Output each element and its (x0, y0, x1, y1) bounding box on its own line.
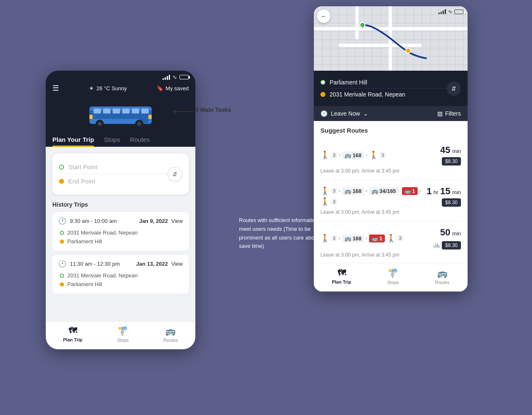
destination-dot (320, 92, 325, 97)
walk-count-2b: 3 (331, 199, 337, 205)
tab-routes[interactable]: Routes (130, 136, 150, 146)
bus-step-3a: 🚌 168 (342, 235, 364, 242)
svg-rect-4 (113, 109, 120, 114)
duration-min-2: 15 (440, 186, 450, 196)
stop-dot-orange-1 (60, 240, 64, 244)
tab-stops[interactable]: Stops (104, 136, 120, 146)
nav-routes-left[interactable]: 🚌 Routes (163, 326, 178, 343)
route-time-3: 50 min 🚲 $8.30 (433, 227, 461, 249)
bus-num-3b: 1 (379, 235, 382, 242)
nav-plan-trip-left[interactable]: 🗺 Plan Trip (63, 326, 82, 343)
arrow-1b: › (366, 152, 367, 158)
nav-stops-label-right: Stops (387, 280, 399, 285)
history-stop-1b: Parliament Hill (58, 237, 183, 246)
stop-dot-green-1 (60, 231, 64, 235)
view-link-2[interactable]: View (171, 261, 183, 267)
chevron-down-icon: ⌄ (363, 110, 368, 117)
view-link-1[interactable]: View (171, 218, 183, 224)
phone-content: Start Point End Point ⇵ History Trips 🕐 … (46, 147, 195, 321)
menu-icon[interactable]: ☰ (52, 84, 59, 93)
history-item-2: 🕐 11:30 am - 12:30 pm Jan 13, 2022 View … (52, 255, 189, 294)
history-section: History Trips 🕐 9:30 am - 10:00 am Jan 9… (52, 201, 189, 294)
trip-input-card: Start Point End Point ⇵ (52, 153, 189, 195)
svg-rect-14 (148, 115, 152, 119)
history-date-1: Jan 9, 2022 (139, 218, 168, 224)
bus-step-1: 🚌 168 (342, 151, 364, 159)
stops-icon-left: 🚏 (118, 326, 128, 336)
bus-step-2a: 🚌 168 (342, 187, 364, 195)
bus-icon-1: 🚌 (345, 152, 351, 158)
nav-stops-right[interactable]: 🚏 Stops (387, 268, 399, 285)
nav-routes-right[interactable]: 🚌 Routes (435, 268, 450, 285)
destination-row: 2031 Merivale Road, Nepean (320, 89, 461, 100)
back-button[interactable]: ← (317, 10, 330, 23)
route-info-1: Leave at 3:00 pm, Arrive at 3:45 pm (320, 168, 461, 174)
arrow-3b: › (366, 235, 367, 241)
tab-plan-trip[interactable]: Plan Your Trip (52, 136, 94, 146)
routes-icon-right: 🚌 (437, 268, 448, 278)
start-input[interactable]: Start Point (68, 163, 182, 170)
signal-icon (163, 75, 170, 80)
svg-rect-5 (122, 109, 130, 114)
duration-unit-3: min (452, 230, 461, 237)
route-row-1: 🚶 3 › 🚌 168 › 🚶 3 45 min $8 (320, 145, 461, 166)
bus-step-2c: 🚌 1 (402, 187, 418, 195)
bus-icon-2b: 🚌 (372, 188, 378, 194)
route-card-2[interactable]: 🚶 3 › 🚌 168 › 🚌 34/165 🚌 1 (320, 180, 461, 221)
svg-rect-7 (141, 109, 149, 114)
walk-count-1b: 3 (380, 152, 386, 158)
swap-button-dark[interactable]: ⇵ (447, 82, 461, 96)
route-time-1: 45 min $8.30 (440, 145, 461, 166)
duration-main-1: 45 (440, 145, 450, 155)
nav-routes-label-right: Routes (435, 280, 450, 285)
filters-button[interactable]: ▧ Filters (437, 110, 461, 117)
route-card-3[interactable]: 🚶 3 › 🚌 168 › 🚌 1 🚶 3 (320, 221, 461, 264)
svg-point-10 (98, 122, 102, 126)
history-stop-2a: 2031 Merivale Road, Nepean (58, 271, 183, 280)
svg-point-12 (137, 122, 141, 126)
history-time-2: 11:30 am - 12:30 pm (70, 261, 133, 267)
history-stop-1a: 2031 Merivale Road, Nepean (58, 228, 183, 237)
suggest-routes-title: Suggest Routes (320, 127, 461, 134)
duration-unit-1: min (452, 148, 461, 154)
start-dot (59, 165, 64, 170)
nav-plan-trip-right[interactable]: 🗺 Plan Trip (332, 268, 351, 285)
end-point-row[interactable]: End Point (59, 174, 182, 188)
route-info-2: Leave at 3:00 pm, Arrive at 3:45 pm (320, 209, 461, 215)
leave-now-dropdown[interactable]: 🕐 Leave Now ⌄ (320, 110, 368, 117)
price-1: $8.30 (442, 157, 461, 166)
weather-text: 26 °C Sunny (96, 85, 127, 91)
swap-button[interactable]: ⇵ (168, 167, 182, 181)
map-pin-end (405, 48, 411, 54)
annotation-tasks: 3 Main Tasks (195, 106, 231, 114)
origin-text: Parliament Hill (330, 79, 461, 86)
wifi-icon: ∿ (172, 74, 177, 80)
bus-icon-3b: 🚌 (372, 235, 378, 242)
destination-text: 2031 Merivale Road, Nepean (330, 91, 461, 98)
annotation-routes: Routes with sufficient information meet … (239, 216, 326, 251)
routes-icon-left: 🚌 (165, 326, 176, 336)
route-steps-3: 🚶 3 › 🚌 168 › 🚌 1 🚶 3 (320, 234, 433, 243)
history-item-1: 🕐 9:30 am - 10:00 am Jan 9, 2022 View 20… (52, 212, 189, 251)
arrow-2b: › (366, 188, 367, 194)
origin-dot (320, 80, 325, 85)
route-card-1[interactable]: 🚶 3 › 🚌 168 › 🚶 3 45 min $8 (320, 139, 461, 180)
status-bar-right: ∿ (438, 9, 463, 15)
phone-header: ☰ ☀ 26 °C Sunny 🔖 My saved (46, 82, 195, 96)
route-row-3: 🚶 3 › 🚌 168 › 🚌 1 🚶 3 (320, 227, 461, 249)
nav-stops-label-left: Stops (117, 338, 129, 343)
end-input[interactable]: End Point (68, 178, 182, 185)
phone-right: ← ∿ Parliament Hill 2031 Merivale Road, … (314, 6, 468, 291)
arrow-3a: › (339, 235, 340, 241)
route-svg (314, 6, 468, 71)
bus-num-2c: 1 (412, 188, 415, 194)
start-point-row[interactable]: Start Point (59, 160, 182, 174)
price-2: $8.30 (442, 198, 461, 207)
my-saved-button[interactable]: 🔖 My saved (157, 85, 189, 91)
bus-icon-2c: 🚌 (404, 188, 411, 194)
plan-trip-icon-right: 🗺 (337, 268, 346, 278)
leave-now-label: Leave Now (331, 110, 360, 117)
arrow-2a: › (339, 188, 340, 194)
nav-stops-left[interactable]: 🚏 Stops (117, 326, 129, 343)
annotation-routes-label: Routes with sufficient information meet … (239, 217, 319, 249)
